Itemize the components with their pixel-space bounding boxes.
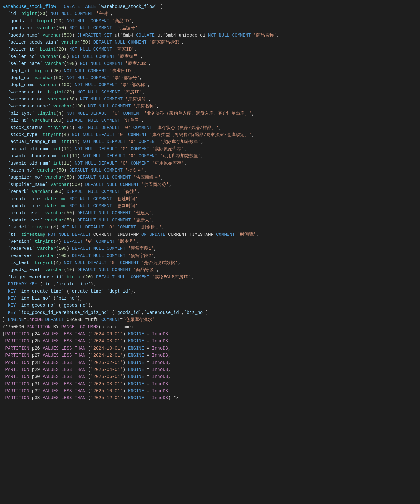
code-line: PARTITION p26 VALUES LESS THAN ('2024-10…: [0, 345, 420, 352]
code-line: `stock_type` tinyint(4) NOT NULL DEFAULT…: [0, 131, 420, 138]
line-content: PARTITION p26 VALUES LESS THAN ('2024-10…: [3, 345, 417, 352]
code-line: `version` tinyint(4) DEFAULT '0' COMMENT…: [0, 238, 420, 245]
code-line: `actual_old_num` int(11) NOT NULL DEFAUL…: [0, 146, 420, 153]
code-line: `supplier_no` varchar(50) DEFAULT NULL C…: [0, 174, 420, 181]
code-line: `ts` timestamp NOT NULL DEFAULT CURRENT_…: [0, 231, 420, 238]
code-line: `dept_name` varchar(100) NOT NULL COMMEN…: [0, 81, 420, 88]
line-content: `update_user` varchar(50) DEFAULT NULL C…: [3, 217, 417, 224]
code-line: `create_user` varchar(50) DEFAULT NULL C…: [0, 209, 420, 216]
line-content: `reserve1` varchar(100) DEFAULT NULL COM…: [3, 245, 417, 252]
line-content: warehouse_stock_flow | CREATE TABLE `war…: [3, 3, 417, 10]
line-content: PARTITION p33 VALUES LESS THAN ('2025-12…: [3, 394, 417, 401]
code-line: `dept_id` bigint(20) NOT NULL COMMENT '事…: [0, 67, 420, 74]
code-line: `warehouse_no` varchar(50) NOT NULL COMM…: [0, 96, 420, 103]
code-line: `goods_level` varchar(10) DEFAULT NULL C…: [0, 266, 420, 273]
code-line: `update_time` datetime NOT NULL COMMENT …: [0, 202, 420, 209]
line-content: `goods_id` bigint(20) NOT NULL COMMENT '…: [3, 17, 417, 24]
line-content: `target_warehouse_id` bigint(20) DEFAULT…: [3, 274, 417, 281]
line-content: `dept_name` varchar(100) NOT NULL COMMEN…: [3, 81, 417, 88]
code-line: (PARTITION p24 VALUES LESS THAN ('2024-0…: [0, 330, 420, 337]
code-line: `create_time` datetime NOT NULL COMMENT …: [0, 195, 420, 202]
code-line: `goods_id` bigint(20) NOT NULL COMMENT '…: [0, 17, 420, 24]
line-content: `goods_no` varchar(50) NOT NULL COMMENT …: [3, 24, 417, 31]
line-content: PARTITION p27 VALUES LESS THAN ('2024-12…: [3, 352, 417, 359]
line-content: `create_user` varchar(50) DEFAULT NULL C…: [3, 209, 417, 216]
line-content: `is_del` tinyint(4) NOT NULL DEFAULT '0'…: [3, 224, 417, 231]
code-line: `reserve2` varchar(100) DEFAULT NULL COM…: [0, 252, 420, 259]
code-line: `warehouse_name` varchar(100) NOT NULL C…: [0, 103, 420, 110]
line-content: `dept_no` varchar(50) NOT NULL COMMENT '…: [3, 74, 417, 81]
line-content: KEY `idx_goods_no` (`goods_no`),: [3, 302, 417, 309]
line-content: `update_time` datetime NOT NULL COMMENT …: [3, 202, 417, 209]
line-content: /*!50500 PARTITION BY RANGE COLUMNS(crea…: [3, 324, 417, 330]
sql-code-block: warehouse_stock_flow | CREATE TABLE `war…: [0, 3, 420, 402]
line-content: `goods_name` varchar(500) CHARACTER SET …: [3, 32, 417, 39]
code-line: KEY `idx_goods_no` (`goods_no`),: [0, 302, 420, 309]
line-content: KEY `idx_biz_no` (`biz_no`),: [3, 295, 417, 302]
line-content: PARTITION p30 VALUES LESS THAN ('2025-06…: [3, 373, 417, 380]
line-content: `seller_id` bigint(20) NOT NULL COMMENT …: [3, 46, 417, 53]
code-line: PARTITION p31 VALUES LESS THAN ('2025-08…: [0, 380, 420, 387]
code-line: `biz_type` tinyint(4) NOT NULL DEFAULT '…: [0, 110, 420, 117]
line-content: `remark` varchar(500) DEFAULT NULL COMME…: [3, 188, 417, 195]
line-content: `warehouse_no` varchar(50) NOT NULL COMM…: [3, 96, 417, 103]
code-line: `supplier_name` varchar(500) DEFAULT NUL…: [0, 181, 420, 188]
line-content: PARTITION p29 VALUES LESS THAN ('2025-04…: [3, 366, 417, 373]
code-line: PARTITION p32 VALUES LESS THAN ('2025-10…: [0, 387, 420, 394]
line-content: ) ENGINE=InnoDB DEFAULT CHARSET=utf8 COM…: [3, 316, 417, 323]
line-content: PRIMARY KEY (`id`,`create_time`),: [3, 281, 417, 288]
code-line: `goods_no` varchar(50) NOT NULL COMMENT …: [0, 24, 420, 31]
line-content: (PARTITION p24 VALUES LESS THAN ('2024-0…: [3, 330, 417, 337]
line-content: `usable_change_num` int(11) NOT NULL DEF…: [3, 153, 417, 160]
code-line: `actual_change_num` int(11) NOT NULL DEF…: [0, 138, 420, 145]
line-content: `warehouse_name` varchar(100) NOT NULL C…: [3, 103, 417, 110]
line-content: `supplier_name` varchar(500) DEFAULT NUL…: [3, 181, 417, 188]
line-content: `id` bigint(20) NOT NULL COMMENT '主键',: [3, 10, 417, 17]
code-line: KEY `idx_create_time` (`create_time`,`de…: [0, 288, 420, 295]
code-line: /*!50500 PARTITION BY RANGE COLUMNS(crea…: [0, 324, 420, 330]
code-line: PRIMARY KEY (`id`,`create_time`),: [0, 281, 420, 288]
code-container: warehouse_stock_flow | CREATE TABLE `war…: [0, 0, 420, 504]
code-line: `warehouse_id` bigint(20) NOT NULL COMME…: [0, 89, 420, 96]
line-content: `is_test` tinyint(4) NOT NULL DEFAULT '0…: [3, 259, 417, 266]
line-content: `biz_type` tinyint(4) NOT NULL DEFAULT '…: [3, 110, 417, 117]
line-content: `batch_no` varchar(50) DEFAULT NULL COMM…: [3, 167, 417, 174]
line-content: PARTITION p28 VALUES LESS THAN ('2025-02…: [3, 359, 417, 366]
code-line: PARTITION p28 VALUES LESS THAN ('2025-02…: [0, 359, 420, 366]
line-content: `stock_status` tinyint(4) NOT NULL DEFAU…: [3, 124, 417, 131]
code-line: `seller_name` varchar(100) NOT NULL COMM…: [0, 60, 420, 67]
code-line: `update_user` varchar(50) DEFAULT NULL C…: [0, 217, 420, 224]
code-line: `id` bigint(20) NOT NULL COMMENT '主键',: [0, 10, 420, 17]
line-content: `warehouse_id` bigint(20) NOT NULL COMME…: [3, 89, 417, 96]
line-content: `create_time` datetime NOT NULL COMMENT …: [3, 195, 417, 202]
code-line: PARTITION p30 VALUES LESS THAN ('2025-06…: [0, 373, 420, 380]
line-content: `usable_old_num` int(11) NOT NULL DEFAUL…: [3, 160, 417, 167]
code-line: `reserve1` varchar(100) DEFAULT NULL COM…: [0, 245, 420, 252]
line-content: `stock_type` tinyint(4) NOT NULL DEFAULT…: [3, 131, 417, 138]
code-line: `stock_status` tinyint(4) NOT NULL DEFAU…: [0, 124, 420, 131]
line-content: `dept_id` bigint(20) NOT NULL COMMENT '事…: [3, 67, 417, 74]
line-content: `seller_no` varchar(50) NOT NULL COMMENT…: [3, 53, 417, 60]
code-line: `dept_no` varchar(50) NOT NULL COMMENT '…: [0, 74, 420, 81]
line-content: `biz_no` varchar(100) DEFAULT NULL COMME…: [3, 117, 417, 124]
line-content: `reserve2` varchar(100) DEFAULT NULL COM…: [3, 252, 417, 259]
code-line: `remark` varchar(500) DEFAULT NULL COMME…: [0, 188, 420, 195]
line-content: `actual_old_num` int(11) NOT NULL DEFAUL…: [3, 146, 417, 153]
code-line: `goods_name` varchar(500) CHARACTER SET …: [0, 32, 420, 39]
line-content: KEY `idx_create_time` (`create_time`,`de…: [3, 288, 417, 295]
line-content: `seller_name` varchar(100) NOT NULL COMM…: [3, 60, 417, 67]
code-line: `is_test` tinyint(4) NOT NULL DEFAULT '0…: [0, 259, 420, 266]
code-line: ) ENGINE=InnoDB DEFAULT CHARSET=utf8 COM…: [0, 316, 420, 323]
line-content: `ts` timestamp NOT NULL DEFAULT CURRENT_…: [3, 231, 417, 238]
line-content: `actual_change_num` int(11) NOT NULL DEF…: [3, 138, 417, 145]
code-line: PARTITION p33 VALUES LESS THAN ('2025-12…: [0, 394, 420, 401]
code-line: `seller_no` varchar(50) NOT NULL COMMENT…: [0, 53, 420, 60]
code-line: `is_del` tinyint(4) NOT NULL DEFAULT '0'…: [0, 224, 420, 231]
line-content: PARTITION p32 VALUES LESS THAN ('2025-10…: [3, 387, 417, 394]
line-content: `version` tinyint(4) DEFAULT '0' COMMENT…: [3, 238, 417, 245]
code-line: `seller_id` bigint(20) NOT NULL COMMENT …: [0, 46, 420, 53]
code-line: `biz_no` varchar(100) DEFAULT NULL COMME…: [0, 117, 420, 124]
code-line: `target_warehouse_id` bigint(20) DEFAULT…: [0, 274, 420, 281]
line-content: `goods_level` varchar(10) DEFAULT NULL C…: [3, 266, 417, 273]
code-line: PARTITION p29 VALUES LESS THAN ('2025-04…: [0, 366, 420, 373]
